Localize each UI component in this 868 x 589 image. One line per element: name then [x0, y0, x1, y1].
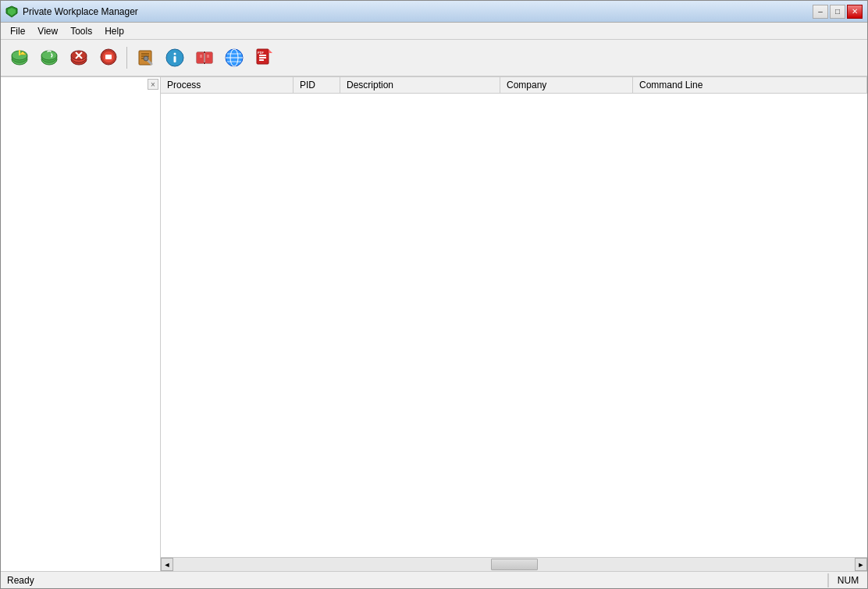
- svg-point-22: [144, 56, 148, 61]
- toolbar: PDF: [1, 40, 867, 77]
- svg-rect-17: [105, 55, 112, 59]
- minimize-button[interactable]: –: [813, 5, 828, 19]
- status-bar: Ready NUM: [1, 571, 867, 588]
- sidebar-close-button[interactable]: ×: [148, 79, 158, 90]
- col-header-cmdline[interactable]: Command Line: [633, 77, 867, 93]
- menu-bar: File View Tools Help: [1, 23, 867, 40]
- svg-point-24: [174, 53, 176, 55]
- toolbar-stop-button[interactable]: [94, 44, 123, 72]
- toolbar-refresh-button[interactable]: [35, 44, 63, 72]
- menu-file[interactable]: File: [4, 24, 31, 38]
- svg-rect-45: [259, 59, 264, 61]
- menu-help[interactable]: Help: [98, 24, 130, 38]
- scroll-right-arrow[interactable]: ►: [855, 558, 867, 571]
- menu-view[interactable]: View: [31, 24, 64, 38]
- toolbar-separator-1: [126, 47, 127, 69]
- col-header-company[interactable]: Company: [500, 77, 633, 93]
- scroll-track[interactable]: [173, 558, 855, 571]
- col-header-process[interactable]: Process: [161, 77, 293, 93]
- svg-text:PDF: PDF: [258, 51, 265, 55]
- status-text: Ready: [1, 573, 828, 587]
- close-button[interactable]: ✕: [847, 5, 863, 19]
- toolbar-remove-button[interactable]: [65, 44, 93, 72]
- menu-tools[interactable]: Tools: [64, 24, 98, 38]
- svg-rect-29: [205, 52, 212, 63]
- table-header: Process PID Description Company Command …: [161, 77, 867, 94]
- svg-rect-43: [259, 55, 266, 56]
- window-title: Private Workplace Manager: [23, 6, 138, 17]
- scroll-left-arrow[interactable]: ◄: [161, 558, 173, 571]
- scroll-thumb[interactable]: [491, 559, 538, 570]
- table-body: [161, 94, 867, 557]
- title-bar-controls: – □ ✕: [813, 5, 863, 19]
- svg-point-9: [41, 51, 57, 60]
- svg-marker-42: [269, 49, 272, 53]
- restore-button[interactable]: □: [830, 5, 845, 19]
- sidebar: ×: [1, 77, 161, 571]
- toolbar-pdf-button[interactable]: PDF: [250, 44, 278, 72]
- toolbar-tools-button[interactable]: [131, 44, 159, 72]
- num-lock-indicator: NUM: [828, 573, 867, 587]
- title-bar-left: Private Workplace Manager: [5, 5, 138, 18]
- toolbar-book-button[interactable]: [190, 44, 219, 72]
- content-area: Process PID Description Company Command …: [161, 77, 867, 571]
- main-content: × Process PID Description Company Comman…: [1, 77, 867, 571]
- svg-rect-25: [174, 56, 176, 62]
- horizontal-scrollbar: ◄ ►: [161, 557, 867, 571]
- svg-rect-44: [259, 57, 266, 59]
- col-header-description[interactable]: Description: [340, 77, 500, 93]
- col-header-pid[interactable]: PID: [293, 77, 340, 93]
- main-window: Private Workplace Manager – □ ✕ File Vie…: [0, 0, 868, 589]
- app-icon: [5, 5, 18, 18]
- toolbar-add-button[interactable]: [5, 44, 34, 72]
- svg-rect-6: [19, 50, 20, 55]
- title-bar: Private Workplace Manager – □ ✕: [1, 1, 867, 23]
- toolbar-network-button[interactable]: [220, 44, 248, 72]
- svg-rect-28: [197, 52, 204, 63]
- toolbar-info-button[interactable]: [161, 44, 189, 72]
